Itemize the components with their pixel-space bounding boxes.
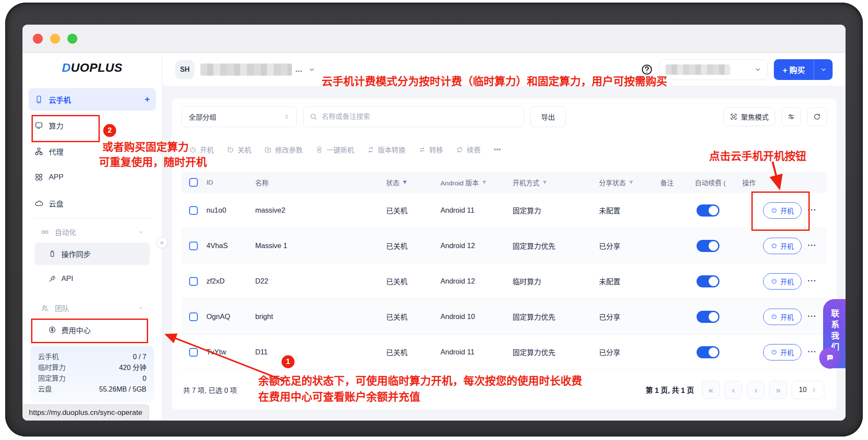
auto-renew-toggle[interactable]	[697, 311, 719, 323]
export-button[interactable]: 导出	[530, 106, 566, 127]
sidebar-item-cloud-disk[interactable]: 云盘	[29, 192, 156, 214]
page-size-select[interactable]: 10	[792, 381, 824, 399]
auto-renew-toggle[interactable]	[697, 204, 719, 217]
sidebar-item-app[interactable]: APP	[29, 166, 156, 188]
cell-name: Massive 1	[255, 242, 386, 250]
sidebar-divider	[35, 218, 150, 218]
row-more-button[interactable]: ···	[808, 312, 817, 321]
masked-account-id	[665, 64, 730, 75]
table-row: TvYtwD11已关机Android 11固定算力优先已分享开机···	[181, 335, 827, 370]
column-header[interactable]: Android 版本	[440, 178, 513, 187]
cell-android-version: Android 12	[440, 277, 513, 285]
sidebar-item-api[interactable]: API	[35, 268, 150, 290]
cell-share-status: 已分享	[599, 347, 660, 357]
power-icon	[771, 242, 777, 249]
column-header: 自动续费 (	[695, 178, 742, 187]
add-cloud-phone-button[interactable]: +	[145, 94, 150, 105]
row-checkbox[interactable]	[189, 206, 198, 215]
cell-status: 已关机	[386, 347, 440, 357]
auto-renew-toggle[interactable]	[697, 240, 719, 252]
sidebar-item-sync-operate[interactable]: 操作同步	[35, 242, 150, 265]
row-power-on-button[interactable]: 开机	[763, 344, 801, 360]
sidebar-group-automation[interactable]: 自动化	[29, 223, 156, 242]
close-button[interactable]	[33, 34, 43, 44]
sidebar-item-cloud-phone[interactable]: 云手机+	[29, 88, 156, 111]
funnel-icon	[628, 180, 634, 185]
sidebar-item-compute-power[interactable]: 算力	[29, 114, 156, 137]
column-header[interactable]: 状态	[386, 178, 440, 187]
sidebar-group-team[interactable]: 团队	[29, 299, 156, 318]
power-icon	[189, 146, 196, 153]
search-input[interactable]	[322, 113, 518, 121]
stat-value: 0 / 7	[133, 351, 146, 362]
row-more-button[interactable]: ···	[808, 277, 817, 286]
row-more-button[interactable]: ···	[808, 348, 817, 357]
row-more-button[interactable]: ···	[808, 241, 817, 250]
sidebar-item-proxy[interactable]: 代理	[29, 140, 156, 163]
minimize-button[interactable]	[50, 34, 60, 44]
usage-stat-row: 临时算力420 分钟	[38, 362, 146, 373]
column-header[interactable]: 分享状态	[599, 178, 660, 187]
first-page-button[interactable]: «	[702, 381, 720, 399]
cell-boot-mode: 固定算力优先	[513, 312, 599, 322]
column-header: 操作	[742, 178, 827, 187]
zoom-button[interactable]	[67, 34, 77, 44]
auto-renew-toggle[interactable]	[697, 346, 719, 358]
cell-actions: 开机···	[742, 202, 827, 219]
account-selector[interactable]	[659, 59, 768, 80]
transfer-icon	[418, 146, 426, 153]
batch-action-renew[interactable]: 续费	[456, 144, 481, 155]
status-url-tooltip: https://my.duoplus.cn/sync-operate	[22, 405, 149, 421]
chevron-down-icon[interactable]	[308, 66, 315, 73]
focus-mode-button[interactable]: 聚焦模式	[723, 107, 775, 126]
search-box[interactable]	[303, 106, 524, 127]
workspace-avatar[interactable]: SH	[175, 60, 194, 79]
masked-account-email	[200, 64, 292, 76]
sidebar-item-label: APP	[49, 173, 63, 182]
sidebar-item-fee-center[interactable]: 费用中心	[35, 319, 150, 341]
buy-dropdown-button[interactable]	[814, 59, 833, 80]
select-all-checkbox[interactable]	[189, 178, 198, 187]
main-content: 全部分组 导出 聚焦模式	[162, 86, 846, 421]
auto-renew-toggle[interactable]	[697, 275, 719, 287]
batch-action-power-off[interactable]: 关机	[227, 144, 251, 155]
column-header[interactable]: 开机方式	[513, 178, 599, 187]
batch-action-label: 关机	[238, 144, 251, 155]
row-power-on-button[interactable]: 开机	[763, 309, 801, 325]
next-page-button[interactable]: ›	[747, 381, 765, 399]
cell-share-status: 已分享	[599, 312, 660, 322]
usage-stat-row: 固定算力0	[38, 373, 146, 384]
usage-stats-panel: 云手机0 / 7临时算力420 分钟固定算力0云盘55.26MB / 5GB	[30, 346, 154, 402]
cell-actions: 开机···	[742, 309, 827, 325]
sidebar-item-label: 云手机	[49, 94, 71, 105]
column-settings-button[interactable]	[781, 107, 801, 126]
usage-stat-row: 云手机0 / 7	[38, 351, 146, 362]
focus-mode-icon	[730, 113, 738, 121]
row-checkbox[interactable]	[189, 277, 198, 286]
row-more-button[interactable]: ···	[808, 206, 817, 215]
refresh-button[interactable]	[807, 107, 827, 126]
last-page-button[interactable]: »	[769, 381, 787, 399]
chat-bubble-button[interactable]	[819, 347, 841, 369]
prev-page-button[interactable]: ‹	[724, 381, 742, 399]
batch-action-version-convert[interactable]: 版本转换	[367, 144, 405, 155]
help-icon[interactable]	[641, 64, 653, 76]
row-power-on-button[interactable]: 开机	[763, 273, 801, 290]
batch-action-transfer[interactable]: 转移	[418, 144, 443, 155]
sidebar-collapse-button[interactable]: «	[156, 237, 168, 248]
row-power-on-button[interactable]: 开机	[763, 202, 801, 219]
row-checkbox[interactable]	[189, 348, 198, 357]
usage-stat-row: 云盘55.26MB / 5GB	[38, 384, 146, 395]
row-power-on-button[interactable]: 开机	[763, 238, 801, 254]
row-checkbox[interactable]	[189, 312, 198, 321]
batch-action-more[interactable]: •••	[494, 146, 501, 153]
table-header: ID名称状态Android 版本开机方式分享状态备注自动续费 (操作	[181, 172, 827, 193]
group-filter-select[interactable]: 全部分组	[181, 106, 297, 127]
column-header: ID	[206, 179, 255, 186]
buy-button[interactable]: + 购买	[774, 59, 814, 80]
batch-action-new-device[interactable]: 一键新机	[316, 144, 354, 155]
batch-action-power-on[interactable]: 开机	[189, 144, 214, 155]
stat-value: 0	[143, 373, 146, 384]
row-checkbox[interactable]	[189, 242, 198, 250]
batch-action-edit-params[interactable]: 修改参数	[264, 144, 303, 155]
